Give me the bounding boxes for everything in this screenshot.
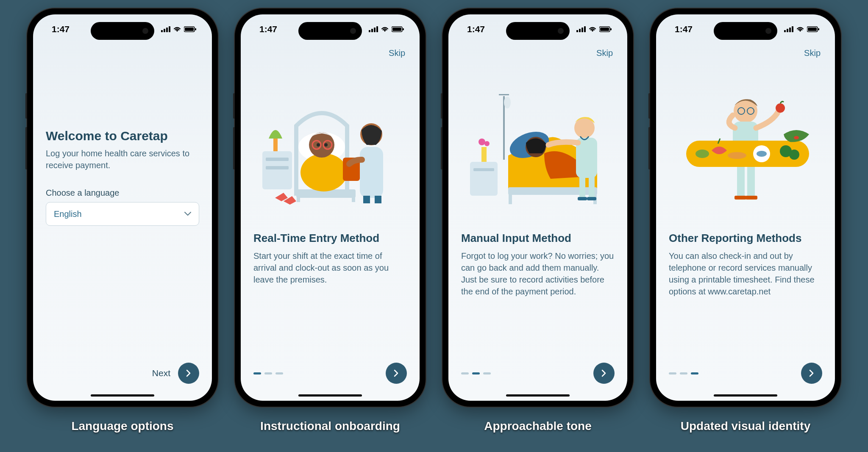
footer: Next (46, 363, 199, 384)
svg-rect-45 (481, 147, 487, 162)
footer (253, 363, 407, 384)
patient-exam-illustration-icon (462, 79, 614, 206)
svg-rect-43 (470, 162, 498, 196)
onboarding-body: You can also check-in and out by telepho… (669, 250, 822, 297)
svg-rect-71 (747, 163, 755, 197)
onboarding-title: Other Reporting Methods (669, 232, 822, 245)
caption: Language options (27, 419, 218, 433)
skip-button[interactable]: Skip (596, 48, 613, 58)
page-dots (669, 372, 698, 374)
screen-welcome: 1:47 Welcome to Caretap Log your home he… (33, 14, 212, 401)
skip-row: Skip (669, 44, 822, 58)
svg-rect-12 (392, 28, 401, 31)
cellular-icon (784, 26, 793, 32)
svg-rect-7 (369, 30, 370, 32)
welcome-title: Welcome to Caretap (46, 129, 199, 143)
svg-rect-9 (374, 28, 376, 32)
svg-rect-14 (262, 151, 292, 189)
chevron-right-icon (394, 369, 399, 377)
svg-rect-3 (169, 26, 170, 32)
next-button[interactable] (178, 363, 199, 384)
dynamic-island (714, 22, 777, 40)
next-label: Next (152, 368, 170, 378)
chevron-down-icon (184, 212, 191, 216)
page-dot (472, 372, 480, 374)
svg-rect-32 (375, 196, 381, 203)
svg-rect-0 (161, 30, 163, 32)
svg-point-22 (300, 153, 347, 191)
page-dots (253, 372, 283, 374)
onboarding-illustration (253, 67, 407, 219)
content-area: Skip (448, 44, 627, 401)
wifi-icon (588, 26, 597, 32)
svg-rect-41 (499, 94, 509, 95)
dynamic-island (298, 22, 362, 40)
svg-rect-72 (734, 196, 746, 200)
chevron-right-icon (809, 369, 814, 377)
svg-rect-73 (746, 196, 757, 200)
page-dot (680, 372, 687, 374)
status-icons (369, 26, 404, 32)
svg-rect-57 (578, 197, 587, 200)
page-dot (483, 372, 491, 374)
svg-rect-1 (164, 29, 165, 32)
svg-point-47 (484, 141, 490, 146)
onboarding-illustration (669, 67, 822, 219)
phone-frame: 1:47 Skip (442, 8, 633, 407)
svg-rect-58 (587, 197, 596, 200)
welcome-body: Log your home health care services to re… (46, 147, 199, 171)
screen-realtime: 1:47 Skip (241, 14, 420, 401)
svg-rect-10 (376, 26, 378, 32)
skip-button[interactable]: Skip (804, 48, 821, 58)
battery-icon (184, 26, 197, 32)
svg-rect-39 (610, 28, 612, 31)
status-icons (576, 26, 612, 32)
svg-rect-31 (363, 196, 370, 203)
captions-row: Language options Instructional onboardin… (27, 419, 841, 433)
battery-icon (392, 26, 404, 32)
cellular-icon (576, 26, 586, 32)
next-button[interactable] (593, 363, 615, 384)
page-dot (264, 372, 272, 374)
skip-button[interactable]: Skip (389, 48, 405, 58)
svg-rect-44 (473, 168, 494, 171)
onboarding-body: Start your shift at the exact time of ar… (253, 250, 407, 286)
svg-rect-56 (589, 177, 595, 198)
svg-rect-61 (789, 28, 791, 32)
svg-rect-55 (579, 177, 585, 198)
svg-point-24 (317, 143, 320, 147)
svg-point-25 (324, 143, 328, 147)
wifi-icon (381, 26, 389, 32)
svg-point-76 (696, 150, 709, 158)
caption: Instructional onboarding (235, 419, 426, 433)
svg-rect-16 (266, 166, 289, 169)
status-time: 1:47 (52, 24, 70, 34)
status-icons (161, 26, 197, 32)
svg-rect-62 (792, 26, 793, 32)
cellular-icon (369, 26, 378, 32)
svg-rect-34 (579, 29, 581, 32)
caption: Updated visual identity (650, 419, 841, 433)
onboarding-title: Manual Input Method (461, 232, 615, 245)
svg-rect-60 (787, 29, 788, 32)
page-dot (253, 372, 261, 374)
choose-language-label: Choose a language (46, 188, 199, 198)
home-indicator (506, 394, 570, 397)
phone-frame: 1:47 Skip (650, 8, 841, 407)
next-button[interactable] (801, 363, 822, 384)
phone-frame: 1:47 Skip (235, 8, 426, 407)
home-indicator (298, 394, 362, 397)
svg-rect-65 (818, 28, 819, 31)
page-dot (669, 372, 676, 374)
language-select[interactable]: English (46, 202, 199, 226)
language-select-value: English (54, 209, 82, 219)
status-icons (784, 26, 820, 32)
next-button[interactable] (386, 363, 407, 384)
page-dot (691, 372, 698, 374)
cellular-icon (161, 26, 170, 32)
phone-frame: 1:47 Welcome to Caretap Log your home he… (27, 8, 218, 407)
nurse-bedside-illustration-icon (258, 75, 402, 211)
wifi-icon (173, 26, 181, 32)
svg-rect-36 (584, 26, 586, 32)
svg-rect-59 (784, 30, 786, 32)
